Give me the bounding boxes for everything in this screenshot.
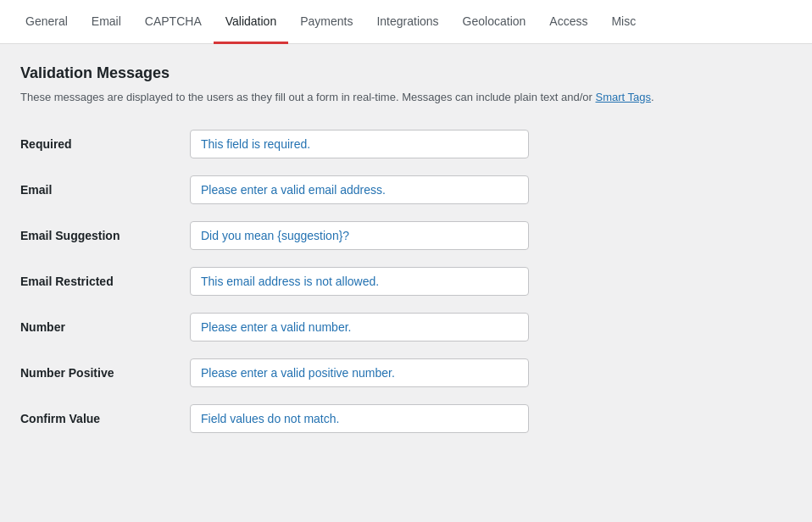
label-number_positive: Number Positive bbox=[20, 366, 190, 380]
form-row-number: Number bbox=[20, 313, 792, 342]
tab-captcha[interactable]: CAPTCHA bbox=[133, 1, 214, 44]
tab-access[interactable]: Access bbox=[537, 1, 599, 44]
description-suffix: . bbox=[651, 91, 654, 103]
tab-email[interactable]: Email bbox=[80, 1, 133, 44]
smart-tags-link[interactable]: Smart Tags bbox=[596, 91, 652, 103]
form-row-email_suggestion: Email Suggestion bbox=[20, 221, 792, 250]
input-number[interactable] bbox=[190, 313, 529, 342]
label-number: Number bbox=[20, 320, 190, 334]
label-email_restricted: Email Restricted bbox=[20, 275, 190, 288]
input-number_positive[interactable] bbox=[190, 358, 529, 387]
tab-geolocation[interactable]: Geolocation bbox=[451, 1, 538, 44]
form-row-number_positive: Number Positive bbox=[20, 358, 792, 387]
form-row-required: Required bbox=[20, 130, 792, 158]
input-confirm_value[interactable] bbox=[190, 404, 529, 433]
description-prefix: These messages are displayed to the user… bbox=[20, 91, 596, 103]
tab-payments[interactable]: Payments bbox=[288, 1, 364, 44]
input-email_restricted[interactable] bbox=[190, 267, 529, 296]
tab-general[interactable]: General bbox=[14, 1, 80, 44]
content: Validation Messages These messages are d… bbox=[0, 44, 812, 470]
label-email: Email bbox=[20, 183, 190, 197]
form-row-confirm_value: Confirm Value bbox=[20, 404, 792, 433]
tab-misc[interactable]: Misc bbox=[599, 1, 648, 44]
form-row-email: Email bbox=[20, 175, 792, 204]
form-fields: RequiredEmailEmail SuggestionEmail Restr… bbox=[20, 130, 792, 433]
tab-integrations[interactable]: Integrations bbox=[364, 1, 450, 44]
input-email[interactable] bbox=[190, 175, 529, 204]
nav-tabs: GeneralEmailCAPTCHAValidationPaymentsInt… bbox=[0, 0, 812, 44]
page-description: These messages are displayed to the user… bbox=[20, 89, 792, 106]
form-row-email_restricted: Email Restricted bbox=[20, 267, 792, 296]
label-email_suggestion: Email Suggestion bbox=[20, 229, 190, 242]
label-confirm_value: Confirm Value bbox=[20, 412, 190, 425]
tab-validation[interactable]: Validation bbox=[214, 1, 288, 44]
label-required: Required bbox=[20, 137, 190, 151]
page-title: Validation Messages bbox=[20, 64, 792, 82]
input-email_suggestion[interactable] bbox=[190, 221, 529, 250]
input-required[interactable] bbox=[190, 130, 529, 158]
